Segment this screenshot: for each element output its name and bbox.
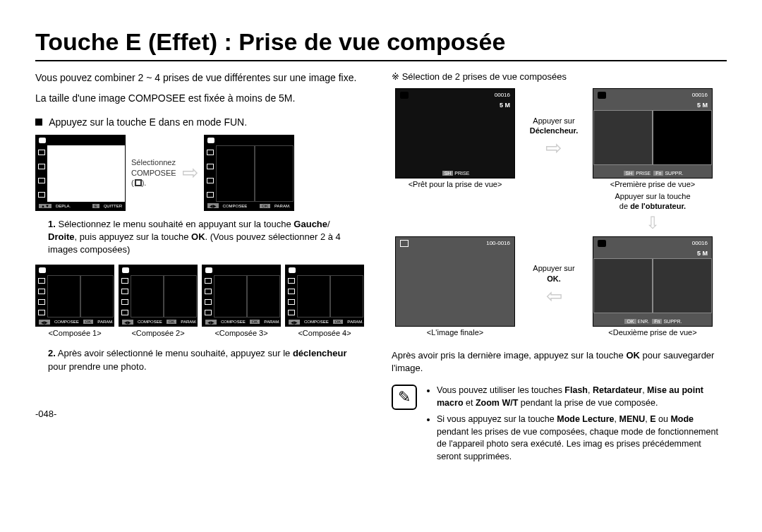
- right-column: ※ Sélection de 2 prises de vue composées…: [392, 71, 727, 467]
- bottom-tag: ▲▼: [39, 204, 52, 208]
- page-title: Touche E (Effet) : Prise de vue composée: [35, 28, 727, 61]
- size-label: 5 M: [697, 250, 708, 257]
- camera-icon: [400, 92, 409, 99]
- note-item-1: Vous pouvez utiliser les touches Flash, …: [437, 385, 727, 409]
- caption: <Première prise de vue>: [593, 180, 713, 188]
- camera-icon: [39, 138, 46, 143]
- page-number: -048-: [35, 409, 370, 419]
- step-heading-text: Appuyez sur la touche E dans en mode FUN…: [49, 116, 247, 128]
- composite-row: COMPOSEE ◀▶COMPOSEEOKPARAM. <Composée 1>…: [35, 265, 370, 337]
- screen-comp-4: COMPOSEE ◀▶COMPOSEEOKPARAM.: [285, 265, 364, 327]
- right-heading: ※ Sélection de 2 prises de vue composées: [392, 71, 727, 83]
- counter: 100-0016: [486, 240, 510, 246]
- note-box: ✎ Vous pouvez utiliser les touches Flash…: [392, 385, 727, 467]
- arrow-label: Sélectionnez COMPOSEE (🞐).: [131, 157, 176, 188]
- camera-icon: [207, 138, 214, 143]
- play-icon: [400, 240, 409, 247]
- size-label: 5 M: [697, 102, 708, 109]
- screen-composee: COMPOSEE ◀▶ COMPOSEE OK PARAM.: [204, 135, 294, 211]
- bottom-label: COMPOSEE: [223, 204, 248, 208]
- square-bullet-icon: [35, 119, 42, 126]
- note-item-2: Si vous appuyez sur la touche Mode Lectu…: [437, 413, 727, 463]
- screen-second-shot: 00016 5 M OKENR. FnSUPPR.: [593, 236, 713, 327]
- side-icon: [38, 192, 45, 198]
- arrow-down-label: Appuyer sur la touche de de l'obturateur…: [615, 191, 690, 234]
- left-column: Vous pouvez combiner 2 ~ 4 prises de vue…: [35, 71, 370, 467]
- caption: <L'image finale>: [395, 328, 515, 337]
- bottom-tag: ◀▶: [207, 203, 219, 208]
- bottom-label: PARAM.: [274, 204, 291, 208]
- side-icon: [38, 150, 45, 155]
- side-icon: [38, 178, 45, 183]
- screen-fun: FUN ▲▼ DEPLA. E QUITTER: [35, 135, 126, 211]
- screen-first-shot: 00016 5 M SHPRISE FnSUPPR.: [593, 88, 713, 179]
- step-1: 1. Sélectionnez le menu souhaité en appu…: [48, 218, 370, 257]
- size-label: 5 M: [500, 102, 510, 109]
- counter: 00016: [692, 92, 708, 98]
- caption: <Deuxième prise de vue>: [593, 328, 713, 337]
- bottom-label: DEPLA.: [56, 204, 71, 208]
- bottom-tag: OK: [260, 204, 270, 208]
- camera-icon: [39, 267, 46, 273]
- arrow-right-icon: ⇨: [182, 161, 198, 184]
- side-icon: [207, 150, 214, 155]
- caption: <Composée 2>: [119, 329, 198, 337]
- side-icon: [207, 178, 214, 183]
- screen-comp-3: COMPOSEE ◀▶COMPOSEEOKPARAM.: [202, 265, 281, 327]
- side-icon: [38, 164, 45, 169]
- camera-icon: [598, 92, 606, 99]
- side-icon: [207, 192, 214, 198]
- after-text: Après avoir pris la dernière image, appu…: [392, 349, 727, 375]
- screen-ready: 00016 5 M SHPRISE: [395, 88, 515, 179]
- screen-final: 100-0016: [395, 236, 515, 327]
- arrow-right-icon: ⇨: [530, 135, 578, 161]
- camera-icon: [598, 240, 606, 247]
- arrow-label: Appuyer sur Déclencheur. ⇨: [530, 116, 578, 162]
- arrow-down-icon: ⇩: [615, 212, 690, 234]
- arrow-label: Appuyer sur OK. ⇦: [533, 263, 574, 309]
- note-icon: ✎: [392, 385, 417, 410]
- counter: 00016: [692, 240, 708, 246]
- counter: 00016: [495, 92, 510, 98]
- screen-comp-1: COMPOSEE ◀▶COMPOSEEOKPARAM.: [35, 265, 114, 327]
- bottom-tag: E: [92, 204, 99, 208]
- step-2: 2. Après avoir sélectionné le menu souha…: [48, 347, 370, 373]
- screen-comp-2: COMPOSEE ◀▶COMPOSEEOKPARAM.: [119, 265, 198, 327]
- intro-2: La taille d'une image COMPOSEE est fixée…: [35, 92, 370, 105]
- arrow-left-icon: ⇦: [533, 284, 574, 309]
- caption: <Composée 3>: [202, 329, 281, 337]
- caption: <Composée 1>: [35, 329, 114, 337]
- side-icon: [207, 164, 214, 169]
- bottom-label: QUITTER: [104, 204, 122, 208]
- step-heading: Appuyez sur la touche E dans en mode FUN…: [35, 116, 370, 128]
- caption: <Prêt pour la prise de vue>: [395, 180, 515, 188]
- intro-1: Vous pouvez combiner 2 ~ 4 prises de vue…: [35, 71, 370, 85]
- caption: <Composée 4>: [285, 329, 364, 337]
